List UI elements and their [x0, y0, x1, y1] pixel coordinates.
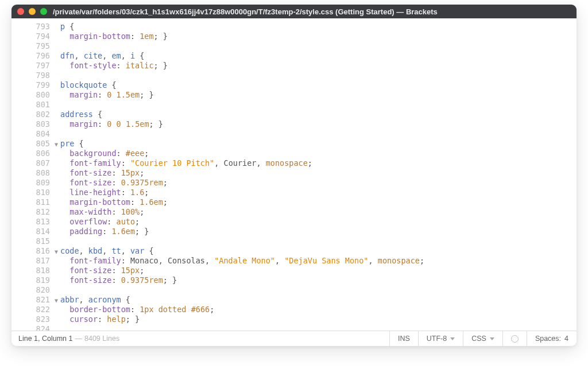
code-line[interactable]: margin-bottom: 1em; } [60, 32, 577, 41]
code-line[interactable]: border-bottom: 1px dotted #666; [60, 305, 577, 314]
line-number[interactable]: 797 [11, 61, 60, 71]
chevron-down-icon [490, 337, 494, 340]
line-number[interactable]: 809 [11, 178, 60, 188]
line-number[interactable]: 810 [11, 188, 60, 197]
code-line[interactable]: font-family: "Courier 10 Pitch", Courier… [60, 158, 577, 168]
code-line[interactable]: abbr, acronym { [60, 295, 577, 305]
encoding-label: UTF-8 [427, 335, 447, 343]
fold-toggle-icon[interactable]: ▼ [55, 247, 58, 257]
lines-sep: — [75, 335, 83, 343]
code-line[interactable] [60, 41, 577, 51]
line-number[interactable]: 808 [11, 168, 60, 178]
line-number[interactable]: 822 [11, 305, 60, 314]
language-label: CSS [471, 335, 486, 343]
zoom-icon[interactable] [40, 8, 47, 15]
code-line[interactable]: p { [60, 22, 577, 32]
encoding-selector[interactable]: UTF-8 [418, 331, 463, 346]
code-line[interactable]: cursor: help; } [60, 314, 577, 324]
spaces-value: 4 [564, 335, 568, 343]
language-selector[interactable]: CSS [463, 331, 502, 346]
line-number[interactable]: 811 [11, 197, 60, 207]
line-number[interactable]: 801 [11, 100, 60, 110]
line-number[interactable]: 814 [11, 227, 60, 236]
minimize-icon[interactable] [29, 8, 36, 15]
lint-status[interactable] [502, 331, 527, 346]
indent-settings[interactable]: Spaces: 4 [527, 331, 577, 346]
line-number[interactable]: 795 [11, 41, 60, 51]
cursor-text: Line 1, Column 1 [18, 335, 73, 343]
code-line[interactable]: pre { [60, 139, 577, 149]
line-number[interactable]: 824 [11, 324, 60, 331]
code-line[interactable]: address { [60, 110, 577, 119]
code-line[interactable]: font-size: 0.9375rem; [60, 178, 577, 188]
line-number[interactable]: 820 [11, 285, 60, 295]
code-line[interactable]: font-size: 15px; [60, 168, 577, 178]
line-number[interactable]: 815 [11, 236, 60, 246]
insert-mode-toggle[interactable]: INS [389, 331, 418, 346]
fold-toggle-icon[interactable]: ▼ [55, 139, 58, 149]
statusbar: Line 1, Column 1 — 8409 Lines INS UTF-8 … [11, 331, 577, 346]
code-line[interactable]: font-style: italic; } [60, 61, 577, 71]
line-number[interactable]: 803 [11, 119, 60, 129]
line-number[interactable]: 818 [11, 266, 60, 275]
line-number[interactable]: 805▼ [11, 139, 60, 149]
code-line[interactable] [60, 236, 577, 246]
code-line[interactable]: blockquote { [60, 80, 577, 90]
code-line[interactable] [60, 100, 577, 110]
code-line[interactable]: font-size: 0.9375rem; } [60, 275, 577, 285]
code-editor[interactable]: 793794795796797798799800801802803804805▼… [11, 18, 577, 331]
code-line[interactable]: overflow: auto; [60, 217, 577, 227]
chevron-down-icon [450, 337, 455, 340]
insert-mode-label: INS [398, 335, 410, 343]
line-number[interactable]: 796 [11, 51, 60, 61]
code-line[interactable]: max-width: 100%; [60, 207, 577, 217]
code-line[interactable] [60, 285, 577, 295]
code-line[interactable] [60, 71, 577, 80]
gutter[interactable]: 793794795796797798799800801802803804805▼… [11, 18, 60, 331]
code-line[interactable]: margin: 0 0 1.5em; } [60, 119, 577, 129]
spaces-label: Spaces: [535, 335, 561, 343]
cursor-position[interactable]: Line 1, Column 1 — 8409 Lines [11, 335, 119, 343]
code-line[interactable]: margin: 0 1.5em; } [60, 90, 577, 100]
lines-count: 8409 Lines [84, 335, 119, 343]
code-line[interactable]: margin-bottom: 1.6em; [60, 197, 577, 207]
window-title: /private/var/folders/03/czk1_h1s1wx616jj… [53, 7, 438, 16]
editor-window: /private/var/folders/03/czk1_h1s1wx616jj… [11, 5, 577, 346]
code-line[interactable] [60, 129, 577, 139]
code-line[interactable] [60, 324, 577, 331]
line-number[interactable]: 813 [11, 217, 60, 227]
line-number[interactable]: 794 [11, 32, 60, 41]
line-number[interactable]: 823 [11, 314, 60, 324]
code-line[interactable]: padding: 1.6em; } [60, 227, 577, 236]
code-line[interactable]: background: #eee; [60, 149, 577, 158]
line-number[interactable]: 804 [11, 129, 60, 139]
titlebar: /private/var/folders/03/czk1_h1s1wx616jj… [11, 5, 577, 18]
line-number[interactable]: 817 [11, 256, 60, 266]
line-number[interactable]: 821▼ [11, 295, 60, 305]
circle-icon [511, 335, 519, 343]
code-line[interactable]: code, kbd, tt, var { [60, 246, 577, 256]
code-line[interactable]: font-family: Monaco, Consolas, "Andale M… [60, 256, 577, 266]
traffic-lights [17, 8, 47, 15]
code-line[interactable]: line-height: 1.6; [60, 188, 577, 197]
fold-toggle-icon[interactable]: ▼ [55, 296, 58, 305]
line-number[interactable]: 793 [11, 22, 60, 32]
line-number[interactable]: 812 [11, 207, 60, 217]
line-number[interactable]: 816▼ [11, 246, 60, 256]
line-number[interactable]: 802 [11, 110, 60, 119]
line-number[interactable]: 819 [11, 275, 60, 285]
close-icon[interactable] [17, 8, 24, 15]
line-number[interactable]: 806 [11, 149, 60, 158]
line-number[interactable]: 799 [11, 80, 60, 90]
line-number[interactable]: 807 [11, 158, 60, 168]
line-number[interactable]: 798 [11, 71, 60, 80]
line-number[interactable]: 800 [11, 90, 60, 100]
code-line[interactable]: dfn, cite, em, i { [60, 51, 577, 61]
code-line[interactable]: font-size: 15px; [60, 266, 577, 275]
code-area[interactable]: p { margin-bottom: 1em; }dfn, cite, em, … [60, 18, 577, 331]
